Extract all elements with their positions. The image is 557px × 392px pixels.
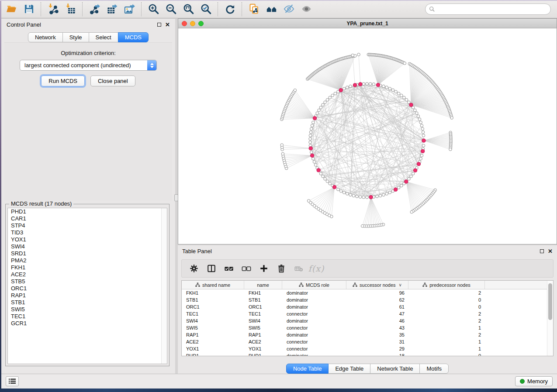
graph-node[interactable] [280, 144, 284, 147]
column-header-MCDS-role[interactable]: MCDS role [282, 281, 346, 289]
graph-node[interactable] [400, 184, 403, 187]
graph-node[interactable] [329, 96, 332, 99]
network-canvas[interactable] [178, 28, 557, 244]
graph-node[interactable] [397, 92, 400, 95]
table-scrollbar-thumb[interactable] [548, 283, 552, 320]
graph-node[interactable] [417, 115, 420, 118]
graph-node[interactable] [343, 87, 346, 90]
window-maximize-icon[interactable] [198, 21, 204, 26]
zoom-in-button[interactable] [145, 2, 162, 17]
graph-node[interactable] [385, 193, 388, 196]
graph-node[interactable] [310, 151, 313, 154]
mcds-result-item[interactable]: SWI4 [8, 243, 167, 250]
graph-node[interactable] [382, 193, 385, 196]
graph-node[interactable] [362, 196, 365, 199]
graph-node[interactable] [422, 144, 425, 147]
graph-hub-node[interactable] [405, 180, 408, 183]
close-panel-icon[interactable]: ✕ [165, 22, 170, 28]
table-row[interactable]: SWI5SWI5connector431 [182, 324, 553, 331]
graph-node[interactable] [412, 172, 415, 175]
graph-hub-node[interactable] [359, 83, 362, 86]
tab-style[interactable]: Style [62, 32, 89, 42]
tab-motifs[interactable]: Motifs [419, 364, 449, 374]
graph-node[interactable] [388, 87, 391, 90]
graph-node[interactable] [379, 194, 382, 197]
graph-node[interactable] [356, 195, 359, 198]
graph-node[interactable] [422, 134, 425, 137]
mcds-result-item[interactable]: TEC1 [8, 313, 167, 320]
graph-node[interactable] [403, 62, 406, 65]
graph-node[interactable] [421, 127, 424, 131]
graph-node[interactable] [361, 224, 364, 227]
graph-node[interactable] [391, 89, 394, 92]
graph-hub-node[interactable] [311, 154, 314, 157]
window-close-icon[interactable] [182, 21, 187, 26]
graph-hub-node[interactable] [414, 168, 417, 172]
graph-node[interactable] [346, 193, 349, 196]
mcds-result-item[interactable]: FKH1 [8, 264, 167, 271]
run-mcds-button[interactable]: Run MCDS [41, 76, 85, 86]
mcds-result-item[interactable]: SWI5 [8, 306, 167, 313]
mcds-result-item[interactable]: STB1 [8, 299, 167, 306]
graph-hub-node[interactable] [394, 188, 397, 191]
close-table-panel-icon[interactable]: ✕ [548, 248, 553, 254]
graph-node[interactable] [397, 186, 400, 189]
graph-node[interactable] [307, 199, 310, 203]
graph-hub-node[interactable] [313, 117, 316, 120]
graph-hub-node[interactable] [339, 88, 343, 92]
first-neighbors-button[interactable] [263, 2, 280, 17]
hide-selected-button[interactable] [280, 2, 298, 17]
table-row[interactable]: PHD1PHD1dominator180 [182, 352, 553, 356]
graph-node[interactable] [349, 85, 352, 88]
graph-hub-node[interactable] [333, 186, 336, 189]
graph-node[interactable] [388, 191, 391, 194]
zoom-fit-button[interactable] [180, 2, 197, 17]
graph-node[interactable] [309, 138, 312, 141]
graph-node[interactable] [410, 175, 413, 178]
mcds-result-item[interactable]: PMA2 [8, 257, 167, 264]
graph-hub-node[interactable] [376, 83, 380, 86]
graph-node[interactable] [366, 83, 369, 86]
optimization-criterion-select[interactable]: largest connected component (undirected) [20, 60, 157, 71]
tab-mcds[interactable]: MCDS [118, 32, 149, 42]
zoom-selected-button[interactable] [197, 2, 214, 17]
graph-node[interactable] [312, 121, 315, 124]
graph-node[interactable] [408, 177, 411, 180]
graph-node[interactable] [400, 94, 403, 97]
table-row[interactable]: STB1STB1dominator620 [182, 296, 553, 303]
graph-node[interactable] [414, 109, 417, 112]
graph-node[interactable] [334, 92, 337, 95]
toggle-panes-button[interactable] [204, 261, 219, 276]
export-image-button[interactable] [121, 2, 138, 17]
graph-node[interactable] [329, 182, 332, 185]
export-table-button[interactable] [103, 2, 121, 17]
graph-node[interactable] [394, 90, 398, 93]
graph-node[interactable] [324, 101, 327, 104]
import-network-button[interactable] [44, 2, 62, 17]
mcds-result-item[interactable]: CAR1 [8, 215, 167, 222]
graph-node[interactable] [309, 131, 312, 134]
export-network-button[interactable] [86, 2, 103, 17]
graph-node[interactable] [346, 86, 349, 89]
refresh-layout-button[interactable] [221, 2, 239, 17]
graph-node[interactable] [349, 193, 352, 196]
graph-node[interactable] [331, 94, 334, 97]
mcds-result-item[interactable]: SRD1 [8, 250, 167, 257]
zoom-out-button[interactable] [162, 2, 180, 17]
column-header-shared-name[interactable]: shared name [182, 281, 244, 289]
graph-node[interactable] [385, 86, 388, 89]
graph-node[interactable] [415, 112, 419, 115]
open-folder-button[interactable] [3, 2, 20, 17]
deselect-all-columns-button[interactable] [239, 261, 254, 276]
graph-node[interactable] [357, 53, 360, 56]
tab-node-table[interactable]: Node Table [286, 364, 329, 374]
graph-node[interactable] [420, 124, 423, 127]
graph-hub-node[interactable] [417, 162, 420, 166]
graph-node[interactable] [313, 161, 316, 164]
graph-node[interactable] [322, 103, 325, 107]
graph-hub-node[interactable] [369, 196, 373, 199]
graph-node[interactable] [294, 89, 297, 92]
graph-node[interactable] [319, 172, 322, 175]
save-session-button[interactable] [20, 2, 38, 17]
table-settings-button[interactable] [186, 261, 202, 276]
